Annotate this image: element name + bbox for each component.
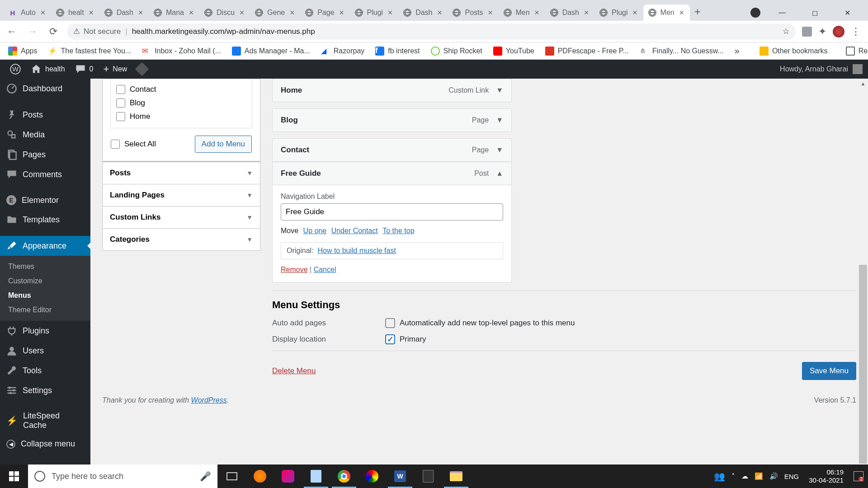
minimize-icon[interactable]: — bbox=[771, 5, 793, 21]
add-to-menu-button[interactable]: Add to Menu bbox=[195, 136, 252, 153]
wifi-icon[interactable]: 📶 bbox=[755, 472, 763, 480]
select-all-checkbox[interactable]: Select All bbox=[111, 140, 156, 149]
remove-link[interactable]: Remove bbox=[281, 266, 308, 273]
tab-2[interactable]: Dash× bbox=[99, 5, 149, 21]
wp-logo[interactable]: W bbox=[5, 60, 25, 79]
sidebar-tools[interactable]: Tools bbox=[0, 361, 90, 380]
move-under-contact[interactable]: Under Contact bbox=[331, 227, 378, 235]
wordpress-link[interactable]: WordPress bbox=[191, 396, 227, 404]
tab-11[interactable]: Dash× bbox=[545, 5, 594, 21]
word-icon[interactable]: W bbox=[386, 465, 414, 488]
sidebar-templates[interactable]: Templates bbox=[0, 210, 90, 230]
sidebar-media[interactable]: Media bbox=[0, 125, 90, 145]
close-icon[interactable]: × bbox=[338, 9, 345, 16]
comments-count[interactable]: 0 bbox=[71, 60, 98, 79]
maximize-icon[interactable]: ◻ bbox=[804, 5, 826, 21]
volume-icon[interactable]: 🔊 bbox=[769, 472, 778, 480]
tab-7[interactable]: Plugi× bbox=[350, 5, 399, 21]
howdy[interactable]: Howdy, Arnab Gharai bbox=[780, 65, 848, 73]
page-checkbox-contact[interactable]: Contact bbox=[116, 83, 246, 96]
other-bookmarks[interactable]: Other bookmarks bbox=[755, 45, 832, 57]
mic-icon[interactable]: 🎤 bbox=[200, 471, 211, 482]
close-icon[interactable]: × bbox=[137, 9, 144, 16]
close-icon[interactable]: × bbox=[583, 9, 590, 16]
profile-avatar[interactable] bbox=[833, 26, 844, 38]
page-checkbox-home[interactable]: Home bbox=[116, 110, 246, 123]
categories-accordion[interactable]: Categories▼ bbox=[103, 228, 260, 250]
bookmark-item[interactable]: YouTube bbox=[489, 45, 539, 57]
bookmark-item[interactable]: Ads Manager - Ma... bbox=[227, 45, 315, 57]
original-link[interactable]: How to build muscle fast bbox=[317, 247, 396, 254]
sidebar-comments[interactable]: Comments bbox=[0, 164, 90, 184]
reading-list[interactable]: Reading list bbox=[841, 45, 868, 57]
bookmark-item[interactable]: PDFescape - Free P... bbox=[541, 45, 633, 57]
notifications-icon[interactable]: 2 bbox=[854, 471, 863, 481]
menu-item-free-guide-header[interactable]: Free Guide Post▲ bbox=[273, 162, 511, 185]
reload-icon[interactable]: ⟳ bbox=[46, 24, 61, 39]
sidebar-posts[interactable]: Posts bbox=[0, 105, 90, 125]
submenu-themes[interactable]: Themes bbox=[0, 259, 90, 274]
tab-10[interactable]: Men× bbox=[499, 5, 545, 21]
sidebar-settings[interactable]: Settings bbox=[0, 380, 90, 400]
tab-0[interactable]: HAuto× bbox=[4, 5, 51, 21]
new-tab-button[interactable]: + bbox=[690, 3, 705, 21]
people-icon[interactable]: 👥 bbox=[714, 471, 725, 482]
sidebar-pages[interactable]: Pages bbox=[0, 145, 90, 164]
firefox-icon[interactable] bbox=[246, 465, 274, 488]
notepad-icon[interactable] bbox=[302, 465, 330, 488]
tab-4[interactable]: Discu× bbox=[199, 5, 250, 21]
tray-expand-icon[interactable]: ˄ bbox=[731, 472, 735, 480]
close-icon[interactable]: × bbox=[678, 9, 685, 16]
account-icon[interactable] bbox=[750, 8, 760, 18]
tab-13-active[interactable]: Men× bbox=[643, 5, 690, 21]
explorer-icon[interactable] bbox=[442, 465, 470, 488]
close-icon[interactable]: × bbox=[487, 9, 494, 16]
new-content[interactable]: +New bbox=[99, 60, 132, 79]
cache-icon[interactable] bbox=[132, 60, 151, 79]
cancel-link[interactable]: Cancel bbox=[314, 266, 336, 273]
landing-pages-accordion[interactable]: Landing Pages▼ bbox=[103, 184, 260, 206]
delete-menu-link[interactable]: Delete Menu bbox=[272, 366, 316, 375]
auto-add-checkbox[interactable] bbox=[385, 318, 395, 328]
menu-icon[interactable]: ⋮ bbox=[851, 26, 861, 38]
nav-label-input[interactable] bbox=[281, 203, 503, 221]
language-indicator[interactable]: ENG bbox=[784, 473, 799, 480]
task-view-icon[interactable] bbox=[218, 465, 246, 488]
star-icon[interactable]: ☆ bbox=[783, 27, 789, 36]
close-icon[interactable]: × bbox=[188, 9, 195, 16]
paint-icon[interactable] bbox=[358, 465, 386, 488]
sidebar-users[interactable]: Users bbox=[0, 341, 90, 361]
bookmark-item[interactable]: ffb interest bbox=[371, 45, 424, 57]
scroll-up-icon[interactable]: ▲ bbox=[858, 79, 868, 89]
sidebar-dashboard[interactable]: Dashboard bbox=[0, 79, 90, 99]
sidebar-litespeed[interactable]: ⚡LiteSpeed Cache bbox=[0, 407, 90, 435]
sidebar-collapse[interactable]: ◀Collapse menu bbox=[0, 435, 90, 453]
bookmark-item[interactable]: ⋔Finally... No Guessw... bbox=[635, 45, 728, 57]
extension-icon[interactable] bbox=[802, 27, 812, 37]
scroll-thumb[interactable] bbox=[859, 265, 867, 464]
tab-6[interactable]: Page× bbox=[300, 5, 349, 21]
tab-12[interactable]: Plugi× bbox=[594, 5, 643, 21]
primary-checkbox[interactable] bbox=[385, 334, 395, 344]
custom-links-accordion[interactable]: Custom Links▼ bbox=[103, 206, 260, 228]
close-icon[interactable]: × bbox=[533, 9, 541, 16]
clock[interactable]: 06:19 30-04-2021 bbox=[805, 468, 847, 484]
forward-icon[interactable]: → bbox=[25, 24, 40, 39]
scrollbar[interactable]: ▲ bbox=[858, 79, 868, 465]
sidebar-elementor[interactable]: EElementor bbox=[0, 191, 90, 210]
submenu-menus[interactable]: Menus bbox=[0, 288, 90, 303]
save-menu-button[interactable]: Save Menu bbox=[802, 362, 856, 380]
site-name[interactable]: health bbox=[26, 60, 70, 79]
close-icon[interactable]: × bbox=[88, 9, 95, 16]
tab-9[interactable]: Posts× bbox=[448, 5, 498, 21]
close-icon[interactable]: × bbox=[632, 9, 639, 16]
tab-3[interactable]: Mana× bbox=[149, 5, 199, 21]
tab-8[interactable]: Dash× bbox=[398, 5, 448, 21]
app-icon[interactable] bbox=[274, 465, 302, 488]
url-input[interactable]: ⚠Not secure | health.marketingeasily.com… bbox=[67, 23, 796, 40]
taskbar-search[interactable]: Type here to search 🎤 bbox=[28, 465, 218, 488]
sidebar-appearance[interactable]: Appearance bbox=[0, 236, 90, 256]
bookmark-item[interactable]: Ship Rocket bbox=[426, 45, 487, 57]
close-icon[interactable]: × bbox=[238, 9, 245, 16]
window-close-icon[interactable]: ✕ bbox=[836, 5, 858, 21]
